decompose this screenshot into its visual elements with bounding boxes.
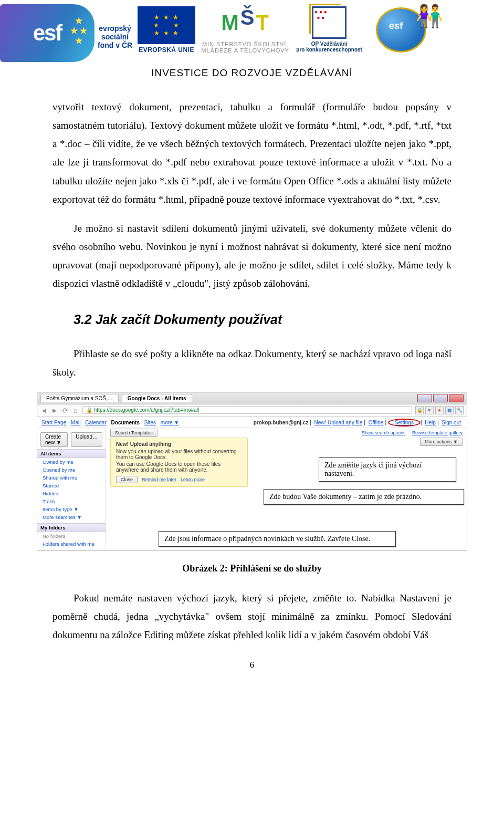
msmt-logo-icon: MŠT <box>221 4 269 41</box>
nav-sites[interactable]: Sites <box>144 420 156 425</box>
gdocs-body: Create new ▼ Upload… All items Owned by … <box>37 428 467 550</box>
paragraph-3: Přihlaste se do své pošty a klikněte na … <box>52 345 452 381</box>
globe-logo-block: esf 👫 <box>369 4 437 57</box>
acct-signout[interactable]: Sign out <box>442 420 461 425</box>
url-text: https://docs.google.com/a/gnj.cz/?tab=mo… <box>94 407 199 413</box>
window-maximize-icon[interactable] <box>433 394 448 402</box>
nav-more[interactable]: more ▼ <box>161 420 179 425</box>
nav-startpage[interactable]: Start Page <box>41 420 66 425</box>
window-minimize-icon[interactable] <box>417 394 432 402</box>
esf-logo-text: esf <box>33 20 62 46</box>
lock-icon[interactable]: 🔒 <box>415 406 424 414</box>
browser-tab-bar: Pošta Gymnázium a SOŠ,… Google Docs - Al… <box>37 392 467 404</box>
acct-help[interactable]: Help <box>425 420 436 425</box>
document-body: vytvořit textový dokument, prezentaci, t… <box>0 98 504 381</box>
eu-stars-icon: ★★ ★★ <box>70 16 87 46</box>
heading-3-2: 3.2 Jak začít Dokumenty používat <box>74 307 452 331</box>
whatsnew-title: New! Upload anything <box>116 441 242 447</box>
callout-documents-area: Zde budou Vaše dokumenty – zatím je zde … <box>264 489 464 505</box>
gdocs-nav-links: Start Page Mail Calendar Documents Sites… <box>41 420 182 425</box>
sidebar-items-by-type[interactable]: Items by type ▼ <box>37 505 106 513</box>
callout-settings: Zde změňte jazyk či jiná výchozí nastave… <box>319 457 456 482</box>
upload-button[interactable]: Upload… <box>71 432 102 447</box>
sidebar-all-items[interactable]: All items <box>37 449 106 458</box>
whatsnew-close-button[interactable]: Close <box>116 476 138 483</box>
esf-logo-block: esf ★★ ★★ evropský sociální fond v ČR <box>0 4 132 62</box>
msmt-logo-block: MŠT MINISTERSTVO ŠKOLSTVÍ, MLÁDEŽE A TĚL… <box>201 4 290 54</box>
sidebar-trash[interactable]: Trash <box>37 497 106 505</box>
page-icon[interactable]: ▦ <box>445 406 454 414</box>
sidebar-more-searches[interactable]: More searches ▼ <box>37 513 106 521</box>
settings-highlight-ellipse: Settings <box>388 419 421 427</box>
paragraph-2: Je možno si nastavit sdílení dokumentů j… <box>52 219 452 293</box>
sidebar-shared-with-me[interactable]: Shared with me <box>37 474 106 482</box>
nav-back-icon[interactable]: ◄ <box>40 407 48 414</box>
whatsnew-line2: You can use Google Docs to open these fi… <box>116 461 242 473</box>
browse-gallery-link[interactable]: Browse template gallery <box>412 430 463 435</box>
nav-calendar[interactable]: Calendar <box>85 420 107 425</box>
create-new-button[interactable]: Create new ▼ <box>40 432 68 447</box>
browser-tab-mail[interactable]: Pošta Gymnázium a SOŠ,… <box>40 394 119 402</box>
whatsnew-box: New! Upload anything Now you can upload … <box>110 438 248 487</box>
whatsnew-line1: Now you can upload all your files withou… <box>116 449 242 460</box>
url-input[interactable]: 🔒 https://docs.google.com/a/gnj.cz/?tab=… <box>82 406 412 414</box>
acct-settings[interactable]: Settings <box>395 420 414 425</box>
gdocs-account-area: prokop.buben@gnj.cz | New! Upload any fi… <box>254 419 463 427</box>
gdocs-header: Start Page Mail Calendar Documents Sites… <box>37 417 467 428</box>
paragraph-4: Pokud nemáte nastaven výchozí jazyk, kte… <box>52 589 452 644</box>
acct-offline[interactable]: Offline <box>369 420 384 425</box>
page-number: 6 <box>0 660 504 670</box>
sidebar-opened-by-me[interactable]: Opened by me <box>37 466 106 474</box>
globe-esf-text: esf <box>389 20 403 32</box>
eu-flag-icon: ★ ★ ★★ ★★ ★ ★ <box>138 6 195 44</box>
msmt-line1: MINISTERSTVO ŠKOLSTVÍ, <box>202 41 288 47</box>
browser-tab-docs[interactable]: Google Docs - All items <box>122 394 192 402</box>
eu-flag-block: ★ ★ ★★ ★★ ★ ★ EVROPSKÁ UNIE <box>138 4 195 54</box>
window-close-icon[interactable] <box>449 394 464 402</box>
acct-new-upload[interactable]: New! Upload any file <box>314 420 363 425</box>
sidebar-folders-shared[interactable]: Folders shared with me <box>37 540 106 548</box>
eu-flag-stars-icon: ★ ★ ★★ ★★ ★ ★ <box>153 14 180 37</box>
esf-label-line3: fond v ČR <box>98 41 132 49</box>
document-body-2: Pokud nemáte nastaven výchozí jazyk, kte… <box>0 589 504 644</box>
gdocs-main: Search Templates Show search options Bro… <box>106 428 467 550</box>
header-logos: esf ★★ ★★ evropský sociální fond v ČR ★ … <box>0 0 504 64</box>
browser-address-bar: ◄ ► ⟳ ⌂ 🔒 https://docs.google.com/a/gnj.… <box>37 404 467 417</box>
sidebar-owned-by-me[interactable]: Owned by me <box>37 458 106 466</box>
screenshot-figure: Pošta Gymnázium a SOŠ,… Google Docs - Al… <box>37 392 467 550</box>
show-search-options-link[interactable]: Show search options <box>362 430 406 435</box>
esf-logo: esf ★★ ★★ <box>0 4 94 62</box>
msmt-line2: MLÁDEŽE A TĚLOVÝCHOVY <box>201 47 289 54</box>
esf-label-line1: evropský <box>98 24 132 33</box>
eu-label: EVROPSKÁ UNIE <box>139 44 194 54</box>
gdocs-sidebar: Create new ▼ Upload… All items Owned by … <box>37 428 106 550</box>
addressbar-icons: 🔒 ✕ ● ▦ 🔧 <box>415 406 464 414</box>
esf-label: evropský sociální fond v ČR <box>94 17 132 49</box>
nav-forward-icon[interactable]: ► <box>51 407 58 414</box>
nav-reload-icon[interactable]: ⟳ <box>61 407 69 414</box>
opv-line1: OP Vzdělávání <box>311 41 348 47</box>
nav-documents[interactable]: Documents <box>111 420 140 425</box>
paragraph-1: vytvořit textový dokument, prezentaci, t… <box>52 98 452 209</box>
nav-home-icon[interactable]: ⌂ <box>72 407 79 414</box>
sidebar-hidden[interactable]: Hidden <box>37 490 106 497</box>
header-caption: INVESTICE DO ROZVOJE VZDĚLÁVÁNÍ <box>0 67 504 79</box>
esf-label-line2: sociální <box>98 33 132 41</box>
nav-mail[interactable]: Mail <box>71 420 80 425</box>
sidebar-no-folders: No folders. <box>37 532 106 540</box>
more-actions-button[interactable]: More actions ▼ <box>420 438 463 446</box>
wrench-icon[interactable]: 🔧 <box>455 406 464 414</box>
opv-logo-icon: ● ● ●● ● <box>312 6 346 39</box>
opv-logo-block: ● ● ●● ● OP Vzdělávání pro konkurencesch… <box>295 4 363 53</box>
sidebar-starred[interactable]: Starred <box>37 482 106 490</box>
sidebar-my-folders[interactable]: My folders <box>37 523 106 532</box>
abp-icon[interactable]: ● <box>435 406 444 414</box>
search-templates-button[interactable]: Search Templates <box>110 429 158 437</box>
whatsnew-remind-link[interactable]: Remind me later <box>142 477 176 482</box>
close-icon[interactable]: ✕ <box>425 406 434 414</box>
figure-caption: Obrázek 2: Přihlášení se do služby <box>0 563 504 574</box>
gdocs-main-toolbar: Search Templates Show search options Bro… <box>110 430 463 438</box>
opv-line2: pro konkurenceschopnost <box>296 47 362 53</box>
cartoon-kids-icon: 👫 <box>416 3 443 29</box>
whatsnew-learn-link[interactable]: Learn more <box>181 477 205 482</box>
